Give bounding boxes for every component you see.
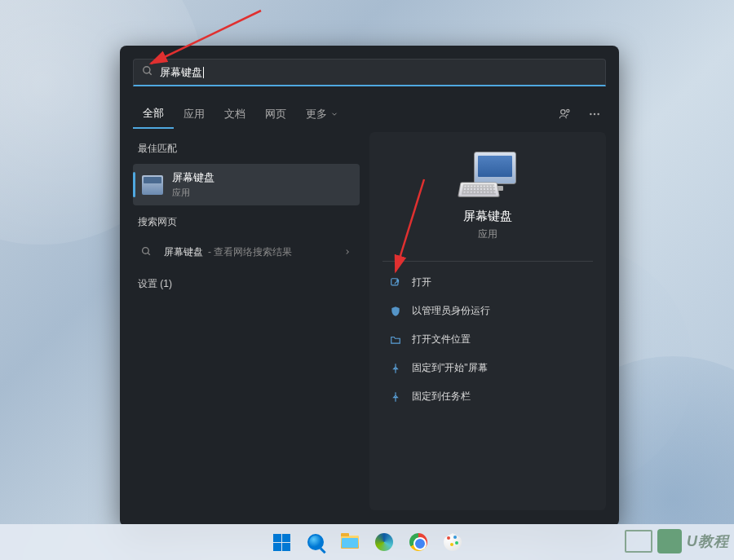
action-pin-to-taskbar[interactable]: 固定到任务栏	[382, 382, 593, 411]
best-match-header: 最佳匹配	[133, 132, 360, 164]
svg-point-4	[590, 113, 591, 115]
tabs-bar: 全部 应用 文档 网页 更多	[120, 99, 619, 129]
search-panel: 屏幕键盘 全部 应用 文档 网页 更多 最佳匹配	[120, 46, 619, 527]
start-button[interactable]	[267, 527, 296, 557]
svg-point-7	[143, 247, 149, 254]
search-icon	[142, 65, 153, 79]
result-title: 屏幕键盘	[172, 170, 214, 185]
open-icon	[387, 277, 404, 289]
pin-icon	[387, 363, 404, 374]
result-subtitle: 应用	[172, 187, 214, 199]
edge-browser-icon	[375, 533, 393, 551]
taskbar-chrome[interactable]	[404, 527, 433, 557]
tab-apps[interactable]: 应用	[174, 100, 214, 128]
pin-icon	[387, 391, 404, 403]
svg-point-6	[597, 113, 599, 115]
action-pin-to-start[interactable]: 固定到"开始"屏幕	[382, 354, 593, 382]
tab-all[interactable]: 全部	[133, 99, 174, 129]
svg-point-0	[144, 67, 150, 73]
tab-documents[interactable]: 文档	[214, 100, 255, 128]
action-open[interactable]: 打开	[382, 268, 593, 297]
taskbar-paint[interactable]	[438, 527, 467, 557]
search-icon	[307, 534, 324, 550]
settings-header[interactable]: 设置 (1)	[133, 267, 360, 299]
svg-line-8	[148, 253, 150, 255]
details-subtitle: 应用	[478, 227, 497, 241]
action-run-as-admin[interactable]: 以管理员身份运行	[382, 297, 593, 325]
svg-point-3	[567, 109, 569, 112]
file-explorer-icon	[341, 536, 359, 549]
osk-app-icon	[141, 174, 164, 196]
results-left-column: 最佳匹配 屏幕键盘 应用 搜索网页 屏幕键盘 - 查看网络搜索结果	[133, 132, 360, 510]
taskbar-explorer[interactable]	[335, 527, 365, 557]
account-icon[interactable]	[554, 103, 577, 126]
paint-icon	[444, 533, 462, 551]
action-open-file-location[interactable]: 打开文件位置	[382, 325, 593, 354]
chrome-browser-icon	[409, 533, 427, 551]
search-icon	[141, 246, 157, 259]
svg-point-2	[561, 110, 565, 114]
chevron-right-icon	[343, 248, 352, 258]
taskbar-search-button[interactable]	[301, 527, 330, 557]
osk-large-icon	[459, 152, 516, 197]
best-match-result[interactable]: 屏幕键盘 应用	[133, 164, 360, 205]
more-options-icon[interactable]	[583, 103, 606, 126]
details-right-column: 屏幕键盘 应用 打开 以管理员身份运行 打开文件位	[369, 132, 606, 510]
windows-logo-icon	[273, 534, 290, 551]
web-search-header: 搜索网页	[133, 205, 360, 237]
search-input[interactable]: 屏幕键盘	[160, 65, 202, 80]
admin-shield-icon	[387, 306, 404, 317]
taskbar-edge[interactable]	[369, 527, 399, 557]
search-bar[interactable]: 屏幕键盘	[133, 59, 606, 86]
tab-more[interactable]: 更多	[296, 100, 348, 128]
details-title: 屏幕键盘	[463, 209, 512, 224]
divider	[382, 261, 593, 262]
taskbar	[0, 524, 734, 560]
tab-web[interactable]: 网页	[255, 100, 296, 128]
svg-line-1	[149, 73, 152, 75]
svg-point-5	[594, 113, 595, 115]
web-search-result[interactable]: 屏幕键盘 - 查看网络搜索结果	[133, 237, 360, 267]
folder-icon	[387, 334, 404, 346]
